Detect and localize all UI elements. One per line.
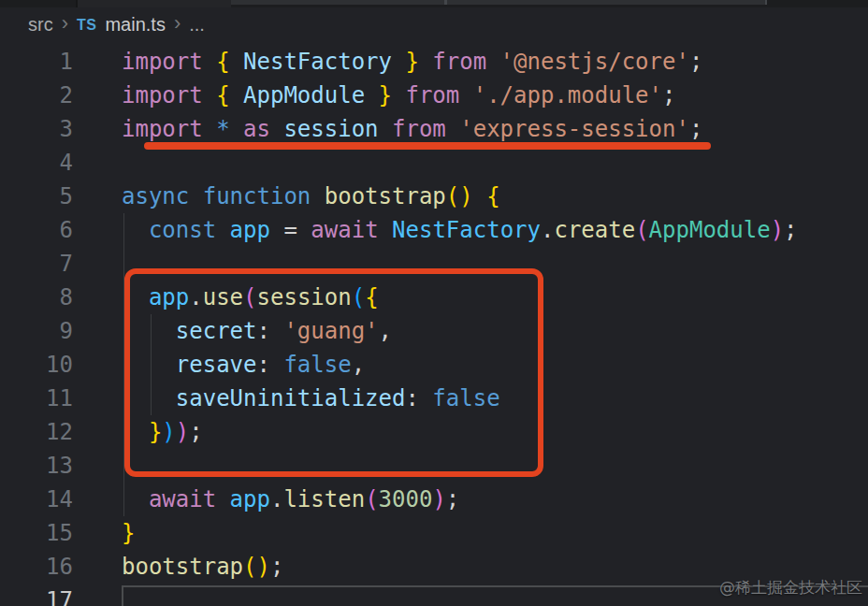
code-line[interactable]: 2import { AppModule } from './app.module… [0,79,868,112]
line-number[interactable]: 3 [0,112,73,146]
vscode-editor-window: src › TS main.ts › ... 1import { NestFac… [0,0,868,606]
line-number[interactable]: 13 [0,449,73,483]
tab-segment [231,0,767,5]
line-code [73,247,122,281]
breadcrumb: src › TS main.ts › ... [28,11,205,37]
line-number[interactable]: 1 [0,45,73,79]
line-number[interactable]: 10 [0,348,73,382]
code-line[interactable]: 6 const app = await NestFactory.create(A… [0,213,868,247]
typescript-file-icon: TS [77,17,96,34]
chevron-right-icon: › [174,14,181,33]
tab-divider [76,0,78,7]
tab-divider [444,0,447,5]
annotation-underline [144,142,711,150]
line-code [73,584,122,606]
line-code: const app = await NestFactory.create(App… [73,213,798,247]
line-number[interactable]: 15 [0,516,73,550]
line-code: } [73,516,135,550]
line-number[interactable]: 5 [0,180,73,213]
tab-divider [765,0,767,5]
tab-bar [0,0,868,7]
breadcrumb-more[interactable]: ... [189,14,205,36]
line-code [73,449,122,483]
line-code: bootstrap(); [73,550,283,584]
breadcrumb-file[interactable]: main.ts [105,14,165,36]
line-number[interactable]: 8 [0,281,73,314]
breadcrumb-folder[interactable]: src [28,14,53,36]
code-line[interactable]: 5async function bootstrap() { [0,180,868,213]
code-line[interactable]: 15} [0,516,868,550]
line-number[interactable]: 11 [0,382,73,415]
chevron-right-icon: › [62,14,68,33]
code-line[interactable]: 4 [0,146,868,180]
line-code: await app.listen(3000); [73,483,459,516]
tab-segment [77,0,231,7]
line-number[interactable]: 2 [0,79,73,112]
line-number[interactable]: 7 [0,247,73,281]
line-code: import * as session from 'express-sessio… [73,112,702,146]
line-code: async function bootstrap() { [73,180,500,213]
line-number[interactable]: 9 [0,314,73,348]
code-line[interactable]: 3import * as session from 'express-sessi… [0,112,868,146]
line-number[interactable]: 16 [0,550,73,584]
code-line[interactable]: 1import { NestFactory } from '@nestjs/co… [0,45,868,79]
watermark: @稀土掘金技术社区 [719,577,862,599]
line-number[interactable]: 4 [0,146,73,180]
line-number[interactable]: 12 [0,415,73,449]
line-number[interactable]: 17 [0,584,73,606]
line-code [73,146,122,180]
line-code: import { AppModule } from './app.module'… [73,79,675,112]
line-code: import { NestFactory } from '@nestjs/cor… [73,45,702,79]
annotation-box [124,268,543,477]
line-number[interactable]: 14 [0,483,73,516]
line-number[interactable]: 6 [0,213,73,247]
code-line[interactable]: 14 await app.listen(3000); [0,483,868,516]
